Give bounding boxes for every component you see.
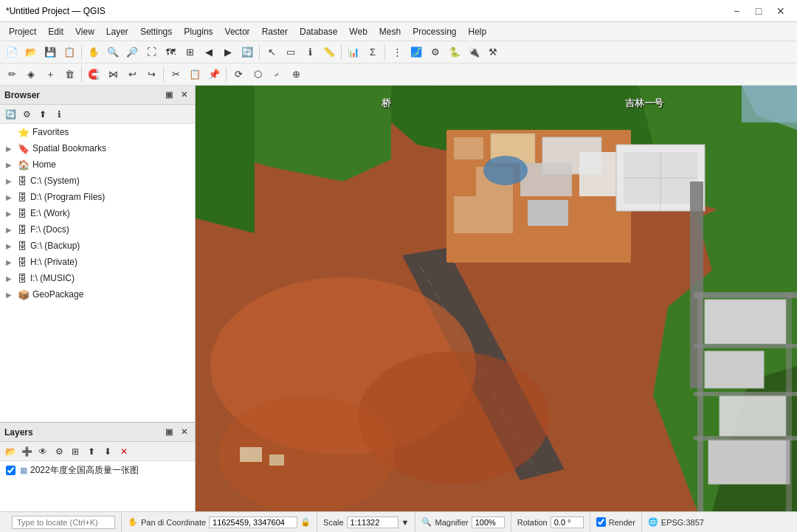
edit-node-button[interactable]: ◈ xyxy=(22,66,40,83)
attribute-table-button[interactable]: 📊 xyxy=(345,44,362,61)
tree-item-label: F:\ (Docs) xyxy=(30,224,69,235)
layers-remove-button[interactable]: ✕ xyxy=(117,444,131,459)
status-epsg[interactable]: 🌐 EPSG:3857 xyxy=(642,512,710,532)
maximize-button[interactable]: □ xyxy=(748,3,769,19)
redo-button[interactable]: ↪ xyxy=(142,66,160,83)
layers-move-down-button[interactable]: ⬇ xyxy=(100,444,115,459)
menu-help[interactable]: Help xyxy=(463,24,493,39)
browser-close-icon[interactable]: ✕ xyxy=(177,89,190,102)
browser-tree-item[interactable]: ⭐ Favorites xyxy=(0,124,195,140)
scale-dropdown-icon[interactable]: ▼ xyxy=(401,518,410,527)
menu-database[interactable]: Database xyxy=(294,24,343,39)
rotation-value[interactable] xyxy=(551,517,584,528)
tree-item-icon: 📦 xyxy=(18,289,30,300)
browser-info-button[interactable]: ℹ xyxy=(52,107,66,122)
zoom-layer-button[interactable]: 🗺 xyxy=(162,44,179,61)
browser-filter-button[interactable]: ⚙ xyxy=(19,107,34,122)
add-feature-button[interactable]: ＋ xyxy=(41,66,59,83)
menu-settings[interactable]: Settings xyxy=(134,24,178,39)
layer-visibility-checkbox[interactable] xyxy=(6,466,15,475)
browser-tree-item[interactable]: ▶ 🗄 G:\ (Backup) xyxy=(0,238,195,254)
cut-features-button[interactable]: ✂ xyxy=(167,66,184,83)
menu-raster[interactable]: Raster xyxy=(256,24,294,39)
layer-item[interactable]: ▦ 2022年度全国高质量一张图 xyxy=(0,461,195,479)
browser-refresh-button[interactable]: 🔄 xyxy=(3,107,18,122)
window-controls: − □ ✕ xyxy=(726,3,791,19)
browser-tree-item[interactable]: ▶ 🗄 F:\ (Docs) xyxy=(0,221,195,238)
layers-add-button[interactable]: ➕ xyxy=(19,444,34,459)
layers-expand-icon[interactable]: ▣ xyxy=(162,426,176,439)
layers-show-all-button[interactable]: 👁 xyxy=(35,444,50,459)
menu-mesh[interactable]: Mesh xyxy=(373,24,407,39)
browser-tree-item[interactable]: ▶ 🗄 C:\ (System) xyxy=(0,173,195,189)
browser-tree-item[interactable]: ▶ 🗄 D:\ (Program Files) xyxy=(0,189,195,205)
new-project-button[interactable]: 📄 xyxy=(3,44,21,61)
menu-view[interactable]: View xyxy=(69,24,100,39)
magnifier-value[interactable] xyxy=(472,517,505,528)
zoom-in-button[interactable]: 🔍 xyxy=(104,44,122,61)
save-as-button[interactable]: 📋 xyxy=(61,44,78,61)
locator-input[interactable] xyxy=(12,516,115,529)
browser-tree-item[interactable]: ▶ 🗄 I:\ (MUSIC) xyxy=(0,270,195,286)
svg-rect-42 xyxy=(786,292,792,511)
select-button[interactable]: ↖ xyxy=(263,44,280,61)
coordinate-value[interactable] xyxy=(209,517,297,528)
svg-rect-21 xyxy=(528,200,568,226)
plugin-button[interactable]: 🔌 xyxy=(465,44,483,61)
menu-project[interactable]: Project xyxy=(3,24,42,39)
menu-processing[interactable]: Processing xyxy=(407,24,462,39)
layers-close-icon[interactable]: ✕ xyxy=(177,426,190,439)
paste-features-button[interactable]: 📌 xyxy=(205,66,223,83)
statistics-button[interactable]: Σ xyxy=(364,44,382,61)
render-checkbox[interactable] xyxy=(596,517,606,527)
menu-web[interactable]: Web xyxy=(343,24,373,39)
digitize-button[interactable]: ✏ xyxy=(3,66,21,83)
menu-edit[interactable]: Edit xyxy=(42,24,69,39)
refresh-button[interactable]: 🔄 xyxy=(238,44,256,61)
minimize-button[interactable]: − xyxy=(726,3,747,19)
split-button[interactable]: ⌿ xyxy=(268,66,286,83)
browser-tree-item[interactable]: ▶ 🏠 Home xyxy=(0,156,195,173)
merge-button[interactable]: ⊕ xyxy=(287,66,305,83)
zoom-prev-button[interactable]: ◀ xyxy=(200,44,218,61)
menu-plugins[interactable]: Plugins xyxy=(178,24,218,39)
open-project-button[interactable]: 📂 xyxy=(22,44,40,61)
undo-button[interactable]: ↩ xyxy=(123,66,141,83)
menu-layer[interactable]: Layer xyxy=(100,24,134,39)
topology-button[interactable]: ⋈ xyxy=(104,66,122,83)
zoom-full-button[interactable]: ⛶ xyxy=(142,44,160,61)
browser-expand-icon[interactable]: ▣ xyxy=(162,89,176,102)
pan-button[interactable]: ✋ xyxy=(85,44,103,61)
layer-diagram-button[interactable]: ⋮ xyxy=(388,44,406,61)
layers-filter-button[interactable]: ⚙ xyxy=(52,444,66,459)
zoom-next-button[interactable]: ▶ xyxy=(219,44,237,61)
browser-collapse-button[interactable]: ⬆ xyxy=(35,107,50,122)
processing-toolbox-button[interactable]: ⚒ xyxy=(484,44,502,61)
measure-button[interactable]: 📏 xyxy=(320,44,338,61)
browser-tree-item[interactable]: ▶ 📦 GeoPackage xyxy=(0,286,195,303)
layers-move-up-button[interactable]: ⬆ xyxy=(84,444,99,459)
save-project-button[interactable]: 💾 xyxy=(41,44,59,61)
identify-button[interactable]: ℹ xyxy=(301,44,319,61)
close-button[interactable]: ✕ xyxy=(770,3,791,19)
zoom-selection-button[interactable]: ⊞ xyxy=(181,44,199,61)
layers-open-button[interactable]: 📂 xyxy=(3,444,18,459)
map-area[interactable]: 桥 吉林一号 xyxy=(196,86,797,511)
rotate-button[interactable]: ⟳ xyxy=(230,66,247,83)
delete-feature-button[interactable]: 🗑 xyxy=(61,66,78,83)
rotation-label: Rotation xyxy=(517,518,548,527)
settings-button[interactable]: ⚙ xyxy=(427,44,444,61)
layers-expand-all-button[interactable]: ⊞ xyxy=(68,444,83,459)
snap-button[interactable]: 🧲 xyxy=(85,66,103,83)
scale-value[interactable] xyxy=(347,517,398,528)
browser-tree-item[interactable]: ▶ 🗄 E:\ (Work) xyxy=(0,205,195,221)
new-map-button[interactable]: 🗾 xyxy=(407,44,425,61)
reshape-button[interactable]: ⬡ xyxy=(249,66,266,83)
menu-vector[interactable]: Vector xyxy=(219,24,256,39)
browser-tree-item[interactable]: ▶ 🔖 Spatial Bookmarks xyxy=(0,140,195,156)
browser-tree-item[interactable]: ▶ 🗄 H:\ (Private) xyxy=(0,254,195,270)
zoom-out-button[interactable]: 🔎 xyxy=(123,44,141,61)
select-rect-button[interactable]: ▭ xyxy=(282,44,300,61)
copy-features-button[interactable]: 📋 xyxy=(186,66,204,83)
python-button[interactable]: 🐍 xyxy=(446,44,463,61)
